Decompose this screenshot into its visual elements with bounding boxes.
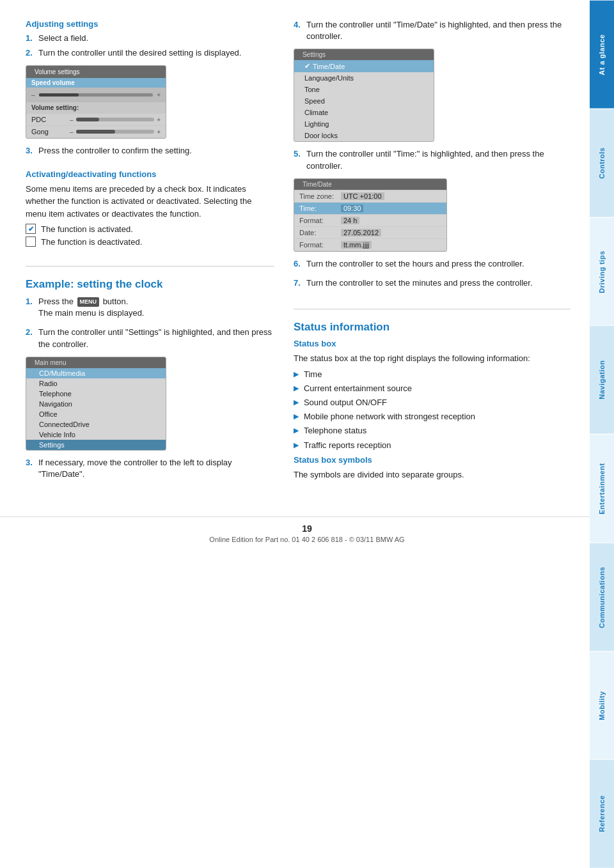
page-footer: 19 Online Edition for Part no. 01 40 2 6…: [0, 516, 614, 550]
deactivated-row: The function is deactivated.: [26, 236, 274, 247]
vol-gong-label: Gong: [31, 128, 70, 136]
vol-pdc-slider: [76, 118, 155, 121]
check-activated-icon: ✔: [26, 224, 36, 234]
vol-pdc-row: PDC – +: [26, 114, 166, 125]
step-num-ex3: 3.: [26, 457, 38, 480]
step-1-adjusting: 1. Select a field.: [26, 33, 274, 44]
example-heading: Example: setting the clock: [26, 278, 274, 291]
volume-screenshot: Volume settings Speed volume – + Volume …: [26, 65, 166, 139]
status-box-symbols-heading: Status box symbols: [294, 455, 571, 465]
activated-row: ✔ The function is activated.: [26, 224, 274, 234]
vol-plus: +: [157, 91, 161, 98]
settings-item-tone: Tone: [294, 84, 434, 95]
timedate-check: ✔: [304, 62, 310, 70]
vol-gong-minus: –: [70, 128, 74, 136]
timedate-row-time: Time: 09:30: [294, 203, 446, 214]
settings-header: Settings: [294, 49, 434, 60]
bullet-telephone: ▶ Telephone status: [294, 425, 571, 437]
settings-screenshot-wrapper: Settings ✔ Time/Date Language/Units Tone…: [294, 49, 571, 142]
tab-navigation[interactable]: Navigation: [590, 325, 614, 434]
timedate-row-format1: Format: 24 h: [294, 215, 446, 226]
time-value: 09:30: [341, 205, 364, 212]
mainmenu-item-vehicleinfo: Vehicle Info: [26, 430, 166, 440]
activating-heading: Activating/deactivating functions: [26, 169, 274, 179]
vol-gong-row: Gong – +: [26, 126, 166, 137]
settings-language-label: Language/Units: [304, 74, 354, 82]
step-7: 7. Turn the controller to set the minute…: [294, 277, 571, 289]
date-value: 27.05.2012: [341, 229, 381, 236]
bullet-entertainment: ▶ Current entertainment source: [294, 383, 571, 394]
settings-item-climate: Climate: [294, 107, 434, 118]
tab-driving-tips[interactable]: Driving tips: [590, 217, 614, 326]
vol-header: Volume settings: [26, 66, 166, 78]
settings-lighting-label: Lighting: [304, 120, 329, 128]
bullet-telephone-text: Telephone status: [304, 425, 366, 437]
timedate-title: Time/Date: [303, 181, 332, 188]
tab-communications[interactable]: Communications: [590, 543, 614, 651]
vol-pdc-plus: +: [157, 116, 161, 123]
step-num-6: 6.: [294, 258, 306, 270]
vol-pdc-minus: –: [70, 116, 74, 123]
settings-item-doorlocks: Door locks: [294, 130, 434, 141]
vol-setting-label: Volume setting:: [26, 102, 166, 113]
step-4: 4. Turn the controller until "Time/Date"…: [294, 19, 571, 42]
bullet-time-text: Time: [304, 369, 322, 380]
settings-tone-label: Tone: [304, 86, 320, 93]
step-text-4: Turn the controller until "Time/Date" is…: [306, 19, 571, 42]
step-text-2: Turn the controller until the desired se…: [38, 47, 241, 59]
status-information-heading: Status information: [294, 321, 571, 334]
step-6: 6. Turn the controller to set the hours …: [294, 258, 571, 270]
mainmenu-screenshot: Main menu CD/Multimedia Radio Telephone …: [26, 357, 166, 451]
step-2-example: 2. Turn the controller until "Settings" …: [26, 327, 274, 350]
settings-item-language: Language/Units: [294, 72, 434, 84]
status-bullet-list: ▶ Time ▶ Current entertainment source ▶ …: [294, 369, 571, 451]
bullet-sound: ▶ Sound output ON/OFF: [294, 397, 571, 408]
settings-item-speed: Speed: [294, 95, 434, 107]
vol-minus: –: [31, 91, 35, 98]
right-column: 4. Turn the controller until "Time/Date"…: [287, 19, 571, 484]
bullet-traffic-text: Traffic reports reception: [304, 440, 391, 451]
tab-entertainment[interactable]: Entertainment: [590, 434, 614, 543]
step-num-7: 7.: [294, 277, 306, 289]
main-content: Adjusting settings 1. Select a field. 2.…: [0, 0, 590, 504]
mainmenu-item-settings: Settings: [26, 440, 166, 450]
step-5: 5. Turn the controller until "Time:" is …: [294, 148, 571, 171]
step-text-ex1: Press the MENU button. The main menu is …: [38, 296, 144, 319]
bullet-mobile: ▶ Mobile phone network with strongest re…: [294, 411, 571, 422]
vol-pdc-label: PDC: [31, 116, 70, 123]
step-text-ex1-sub: The main menu is displayed.: [38, 308, 144, 318]
mainmenu-header: Main menu: [26, 357, 166, 368]
adjusting-settings-heading: Adjusting settings: [26, 19, 274, 29]
bullet-mobile-text: Mobile phone network with strongest rece…: [304, 411, 475, 422]
step-num-2: 2.: [26, 47, 38, 59]
activating-para: Some menu items are preceded by a check …: [26, 183, 274, 221]
footer-text: Online Edition for Part no. 01 40 2 606 …: [209, 536, 404, 543]
mainmenu-item-navigation: Navigation: [26, 399, 166, 409]
step-text-3: Press the controller to confirm the sett…: [38, 145, 192, 157]
tri-bullet-sound: ▶: [294, 398, 299, 407]
tab-reference[interactable]: Reference: [590, 759, 614, 868]
time-label: Time:: [299, 205, 341, 212]
step-1-example: 1. Press the MENU button. The main menu …: [26, 296, 274, 319]
step-text-ex2: Turn the controller until "Settings" is …: [38, 327, 274, 350]
format1-label: Format:: [299, 217, 341, 224]
settings-screenshot: Settings ✔ Time/Date Language/Units Tone…: [294, 49, 434, 142]
tab-mobility[interactable]: Mobility: [590, 651, 614, 760]
tab-at-a-glance[interactable]: At a glance: [590, 0, 614, 109]
tab-controls[interactable]: Controls: [590, 109, 614, 217]
step-3-adjusting: 3. Press the controller to confirm the s…: [26, 145, 274, 157]
mainmenu-title: Main menu: [35, 359, 66, 366]
mainmenu-item-cdmultimedia: CD/Multimedia: [26, 368, 166, 378]
mainmenu-item-telephone: Telephone: [26, 389, 166, 399]
vol-gong-slider: [76, 130, 155, 134]
timezone-label: Time zone:: [299, 192, 341, 200]
format1-value: 24 h: [341, 217, 359, 224]
timedate-screenshot-wrapper: Time/Date Time zone: UTC +01:00 Time: 09…: [294, 178, 571, 252]
timedate-row-date: Date: 27.05.2012: [294, 227, 446, 238]
settings-item-lighting: Lighting: [294, 118, 434, 130]
timedate-row-format2: Format: tt.mm.jjjj: [294, 239, 446, 251]
activated-text: The function is activated.: [41, 224, 133, 234]
step-num-ex1: 1.: [26, 296, 38, 319]
step-num-1: 1.: [26, 33, 38, 44]
divider-2: [294, 309, 571, 309]
